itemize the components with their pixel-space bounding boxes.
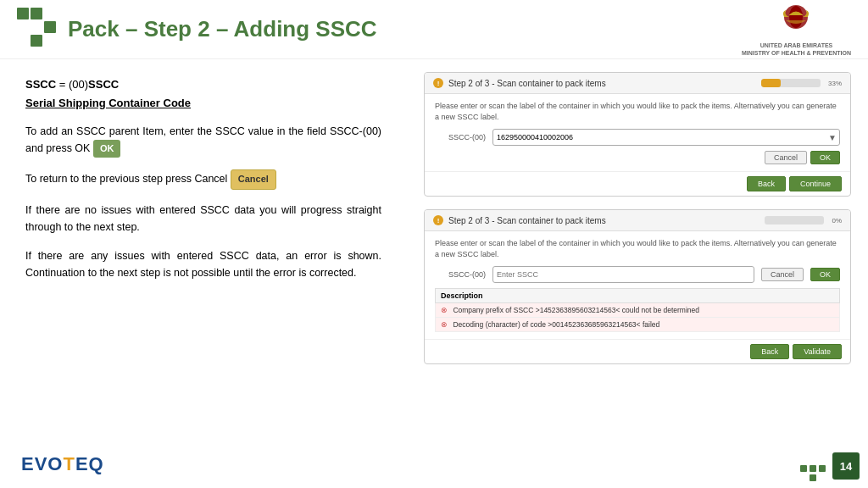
header: Pack – Step 2 – Adding SSCC UNITED ARAB … [0, 0, 868, 59]
error-icon-1: ⊗ [441, 306, 448, 314]
card2-progress-label: 0% [832, 217, 842, 225]
card2-header: ! Step 2 of 3 - Scan container to pack i… [425, 210, 850, 231]
svg-point-1 [789, 6, 803, 28]
deco-dot [819, 474, 826, 481]
card1-description: Please enter or scan the label of the co… [435, 101, 840, 122]
ok-button-inline[interactable]: OK [93, 140, 121, 158]
logo-cell [31, 35, 42, 47]
card2-footer: Back Validate [425, 339, 850, 363]
sscc-formula: SSCC = (00)SSCC [25, 76, 381, 93]
error-cell-2: ⊗ Decoding (character) of code >00145236… [436, 318, 840, 332]
page-number: 14 [832, 452, 860, 480]
logo-cell [17, 21, 29, 33]
card1-sscc-input[interactable] [492, 129, 840, 146]
logo-ev: EVO [21, 453, 63, 474]
uae-emblem-icon [777, 2, 815, 40]
sscc-subtitle: Serial Shipping Container Code [25, 97, 381, 109]
card2-form-row: SSCC-(00) Cancel OK [435, 266, 840, 283]
card1-title: Step 2 of 3 - Scan container to pack ite… [448, 79, 606, 88]
card2-body: Please enter or scan the label of the co… [425, 231, 850, 339]
page-title: Pack – Step 2 – Adding SSCC [68, 16, 377, 42]
left-panel: SSCC = (00)SSCC Serial Shipping Containe… [0, 59, 407, 488]
para-2: To return to the previous step press Can… [25, 169, 381, 190]
logo-eq: EQ [75, 453, 104, 474]
card1-progress-bar [761, 79, 821, 87]
card2-ok-button[interactable]: OK [810, 268, 840, 281]
card1-cancel-button[interactable]: Cancel [765, 151, 807, 164]
error-row-1: ⊗ Company prefix of SSCC >14523638956032… [436, 303, 840, 318]
card2-back-button[interactable]: Back [750, 344, 789, 359]
para-3: If there are no issues with entered SSCC… [25, 202, 381, 236]
logo-cell [44, 21, 56, 33]
card1-footer: Back Continue [425, 171, 850, 196]
deco-dot [800, 474, 807, 481]
decorative-dots [800, 465, 826, 488]
logo-cell [31, 21, 42, 33]
error-table-header: Description [436, 289, 840, 303]
card1-progress-fill [761, 79, 781, 87]
logo-cell [17, 35, 29, 47]
card1-progress-label: 33% [828, 80, 842, 87]
card2-progress-bar [765, 216, 824, 225]
card2-cancel-button[interactable]: Cancel [761, 268, 804, 281]
sscc-card-error: ! Step 2 of 3 - Scan container to pack i… [424, 209, 851, 364]
ministry-text: UNITED ARAB EMIRATES MINISTRY OF HEALTH … [742, 42, 851, 57]
logo-cell [44, 8, 56, 19]
dropdown-arrow-icon: ▼ [828, 133, 837, 142]
logo-ot: T [63, 453, 75, 474]
card1-back-button[interactable]: Back [747, 176, 786, 191]
card1-body: Please enter or scan the label of the co… [425, 94, 850, 171]
card1-continue-button[interactable]: Continue [789, 176, 842, 191]
evoteq-logo: EVOTEQ [21, 453, 104, 475]
error-table: Description ⊗ Company prefix of SSCC >14… [435, 288, 840, 332]
card1-action-buttons: Cancel OK [435, 151, 840, 164]
card2-validate-button[interactable]: Validate [793, 344, 842, 359]
cancel-button-inline[interactable]: Cancel [231, 169, 276, 190]
card2-description: Please enter or scan the label of the co… [435, 238, 840, 259]
card2-sscc-input[interactable] [492, 266, 754, 283]
card1-ok-button[interactable]: OK [810, 151, 840, 164]
deco-dot [819, 465, 826, 472]
card1-input-wrapper: ▼ [492, 129, 840, 146]
card2-step-icon: ! [433, 215, 443, 225]
card1-step-icon: ! [433, 78, 443, 88]
para-4: If there are any issues with entered SSC… [25, 247, 381, 281]
card1-header: ! Step 2 of 3 - Scan container to pack i… [425, 73, 850, 94]
ministry-emblem: UNITED ARAB EMIRATES MINISTRY OF HEALTH … [742, 2, 851, 57]
right-panel: ! Step 2 of 3 - Scan container to pack i… [407, 59, 868, 488]
card1-sscc-label: SSCC-(00) [435, 133, 486, 141]
deco-dot [810, 474, 816, 481]
logo-cell [44, 35, 56, 47]
card2-title: Step 2 of 3 - Scan container to pack ite… [448, 216, 606, 225]
main-content: SSCC = (00)SSCC Serial Shipping Containe… [0, 59, 868, 488]
sscc-card-normal: ! Step 2 of 3 - Scan container to pack i… [424, 72, 851, 197]
deco-dot [810, 465, 816, 472]
error-cell-1: ⊗ Company prefix of SSCC >14523638956032… [436, 303, 840, 318]
header-logo [17, 8, 61, 52]
card2-sscc-label: SSCC-(00) [435, 270, 486, 279]
deco-dot [800, 465, 807, 472]
logo-cell [31, 8, 42, 19]
card1-form-row: SSCC-(00) ▼ [435, 129, 840, 146]
error-icon-2: ⊗ [441, 320, 448, 329]
error-row-2: ⊗ Decoding (character) of code >00145236… [436, 318, 840, 332]
para-1: To add an SSCC parent Item, enter the SS… [25, 123, 381, 158]
logo-cell [17, 8, 29, 19]
